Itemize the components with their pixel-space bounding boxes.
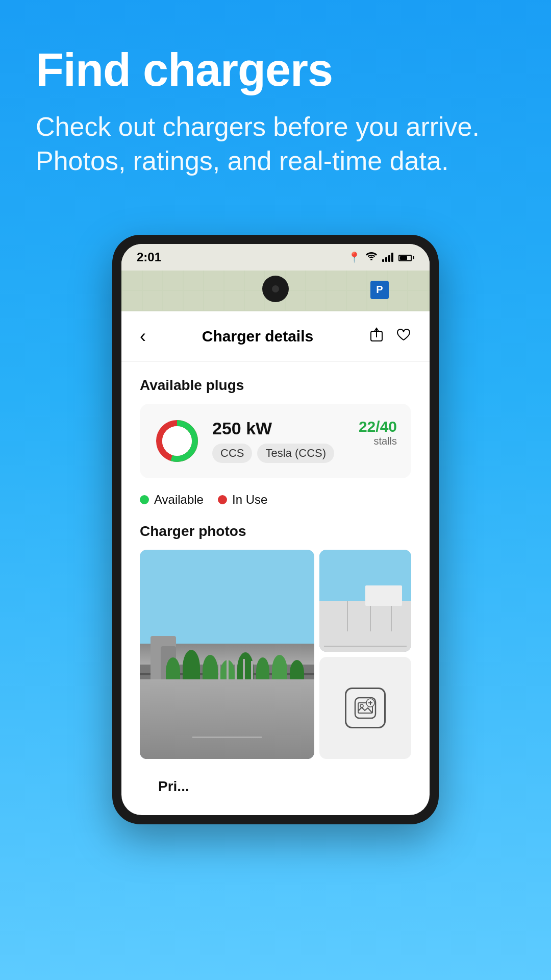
tag-tesla: Tesla (CCS) xyxy=(257,444,334,463)
svg-point-0 xyxy=(370,259,372,260)
screen-title: Charger details xyxy=(202,328,313,345)
svg-point-5 xyxy=(162,426,192,456)
map-area: P xyxy=(121,271,430,311)
wifi-icon xyxy=(366,252,377,262)
add-photo-button[interactable] xyxy=(319,657,411,759)
available-dot xyxy=(140,495,149,504)
photo-scene-thumb xyxy=(319,550,411,652)
availability-donut xyxy=(154,418,200,464)
available-label: Available xyxy=(154,493,204,507)
bottom-preview: Pri... xyxy=(140,759,411,800)
in-use-dot xyxy=(218,495,227,504)
hero-section: Find chargers Check out chargers before … xyxy=(0,0,551,209)
pricing-title: Pri... xyxy=(158,778,393,795)
signal-icon xyxy=(382,253,393,262)
camera-dot xyxy=(272,285,279,292)
stalls-label: stalls xyxy=(359,435,397,447)
legend-available: Available xyxy=(140,493,204,507)
phone-screen: 2:01 📍 xyxy=(121,244,430,815)
in-use-label: In Use xyxy=(232,493,267,507)
photos-grid xyxy=(140,550,411,759)
parking-badge: P xyxy=(370,281,389,299)
screen-content: Available plugs xyxy=(121,362,430,815)
stall-legend: Available In Use xyxy=(140,493,411,507)
charger-photos-title: Charger photos xyxy=(140,523,411,540)
nav-bar: ‹ Charger details xyxy=(121,311,430,362)
phone-mockup: 2:01 📍 xyxy=(0,235,551,824)
charger-card[interactable]: 250 kW CCS Tesla (CCS) 22/40 stalls xyxy=(140,404,411,478)
photo-main[interactable] xyxy=(140,550,314,759)
stalls-info: 22/40 stalls xyxy=(359,418,397,447)
status-icons: 📍 xyxy=(348,251,414,263)
tag-ccs: CCS xyxy=(212,444,252,463)
nav-actions xyxy=(369,326,411,346)
stalls-count: 22/40 xyxy=(359,418,397,435)
charger-power: 250 kW xyxy=(212,419,346,438)
photo-scene-main xyxy=(140,550,314,759)
location-icon: 📍 xyxy=(348,251,361,263)
battery-icon xyxy=(398,253,414,262)
charger-tags: CCS Tesla (CCS) xyxy=(212,444,346,463)
status-bar: 2:01 📍 xyxy=(121,244,430,271)
hero-subtitle: Check out chargers before you arrive. Ph… xyxy=(36,110,515,179)
charger-info: 250 kW CCS Tesla (CCS) xyxy=(212,419,346,463)
back-button[interactable]: ‹ xyxy=(140,326,146,347)
charger-photos-section: Charger photos xyxy=(140,523,411,759)
status-time: 2:01 xyxy=(137,250,161,264)
photo-thumb-1[interactable] xyxy=(319,550,411,652)
favorite-button[interactable] xyxy=(396,327,411,345)
camera-notch xyxy=(262,276,289,302)
legend-in-use: In Use xyxy=(218,493,267,507)
hero-title: Find chargers xyxy=(36,46,515,94)
available-plugs-title: Available plugs xyxy=(140,377,411,394)
phone-frame: 2:01 📍 xyxy=(112,235,439,824)
share-button[interactable] xyxy=(369,326,384,346)
add-photo-icon xyxy=(345,688,386,728)
